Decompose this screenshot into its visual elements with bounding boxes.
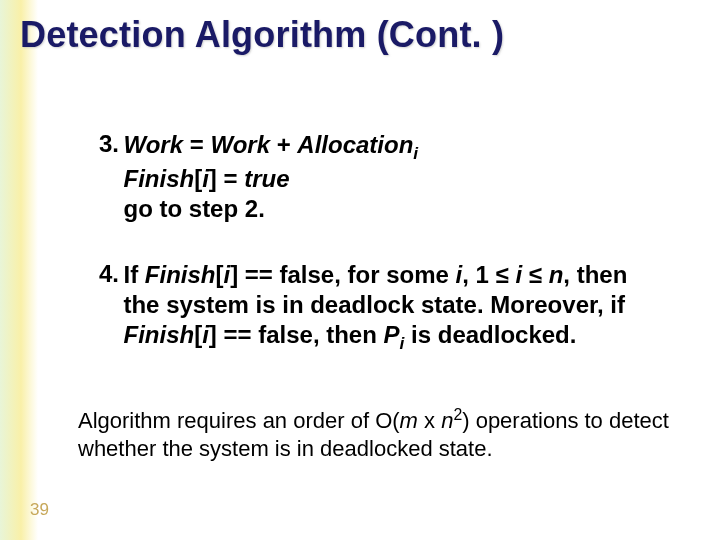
slide-title: Detection Algorithm (Cont. ) [20,14,504,56]
step-4: 4. If Finish[i] == false, for some i, 1 … [99,260,689,354]
t: m [400,408,418,433]
t: true [244,165,289,192]
leq-icon: ≤ [496,261,509,288]
t: Allocation [297,131,413,158]
t: Finish [123,321,194,348]
t: Algorithm requires an order of O( [78,408,400,433]
t: P [384,321,400,348]
step-3: 3. Work = Work + Allocationi Finish[i] =… [99,130,689,224]
step-3-number: 3. [99,130,119,158]
t: ] == false, for some [230,261,455,288]
t: i [202,165,209,192]
t: = [183,131,210,158]
t: If [123,261,144,288]
t: + [270,131,297,158]
leq-icon: ≤ [529,261,542,288]
complexity-footnote: Algorithm requires an order of O(m x n2)… [78,405,678,462]
t: i [202,321,209,348]
step-4-number: 4. [99,260,119,288]
t: n [549,261,564,288]
sub-i: i [413,143,418,163]
step-4-body: If Finish[i] == false, for some i, 1 ≤ i… [123,260,668,354]
t: Finish [123,165,194,192]
slide-content: 3. Work = Work + Allocationi Finish[i] =… [99,130,689,391]
t: [ [194,321,202,348]
t: is deadlocked. [404,321,576,348]
t: [ [194,165,202,192]
left-gradient-decoration [0,0,38,540]
t [522,261,529,288]
t: ] == false, then [209,321,384,348]
t: Finish [145,261,216,288]
t: n [441,408,453,433]
slide-number: 39 [30,500,49,520]
t [542,261,549,288]
t: Work [210,131,270,158]
t: ] = [209,165,244,192]
step-3-body: Work = Work + Allocationi Finish[i] = tr… [123,130,418,224]
sup-2: 2 [453,406,462,423]
t: go to step 2. [123,195,264,222]
t: , 1 [462,261,495,288]
t: Work [123,131,183,158]
t: x [418,408,441,433]
